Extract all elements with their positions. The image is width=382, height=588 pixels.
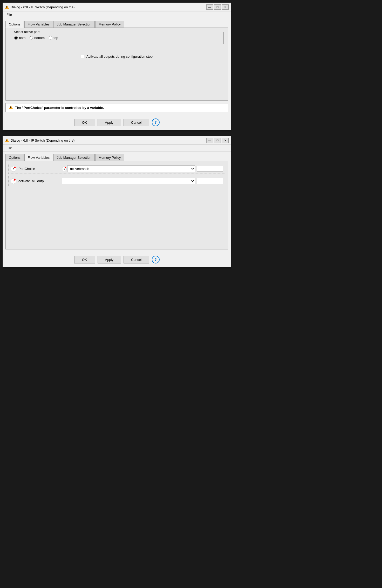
var-text-input-1[interactable]	[197, 166, 223, 172]
warning-triangle-2	[5, 138, 9, 142]
dialog-buttons-2: OK Apply Cancel ?	[3, 252, 231, 267]
maximize-button-1[interactable]: □	[214, 4, 221, 10]
radio-bottom-input[interactable]	[30, 36, 33, 39]
dialog-buttons-1: OK Apply Cancel ?	[3, 115, 231, 130]
var-dropdown-2	[62, 178, 195, 184]
var-dropdown-1: s activebranch	[62, 166, 195, 172]
radio-top-input[interactable]	[49, 36, 52, 39]
warning-icon-1	[5, 5, 9, 9]
help-button-2[interactable]: ?	[152, 256, 160, 263]
var-icon-s-1: s	[11, 166, 16, 172]
menu-bar-2: File	[3, 145, 231, 151]
warning-text-1: The "PortChoice" parameter is controlled…	[15, 106, 104, 110]
warning-bar-1: ! The "PortChoice" parameter is controll…	[5, 103, 228, 112]
maximize-button-2[interactable]: □	[214, 138, 221, 143]
tab-job-manager-1[interactable]: Job Manager Selection	[53, 21, 95, 28]
dropdown-icon-label-1: s	[64, 167, 65, 170]
tab-memory-policy-2[interactable]: Memory Policy	[95, 154, 124, 161]
tabs-1: Options Flow Variables Job Manager Selec…	[5, 21, 228, 28]
radio-both[interactable]: both	[14, 36, 25, 40]
var-select-1[interactable]: activebranch	[67, 166, 195, 172]
dialog-content-1: Options Flow Variables Job Manager Selec…	[3, 18, 231, 115]
flow-var-row-2: b activate_all_outp...	[8, 176, 225, 186]
file-menu-2[interactable]: File	[5, 146, 13, 150]
separator	[3, 132, 229, 134]
tabs-2: Options Flow Variables Job Manager Selec…	[5, 154, 228, 161]
title-bar-1: Dialog - 6:8 - IF Switch (Depending on t…	[3, 3, 231, 11]
tab-flow-variables-1[interactable]: Flow Variables	[24, 21, 53, 28]
activate-outputs-checkbox[interactable]	[81, 55, 84, 58]
radio-bottom[interactable]: bottom	[30, 36, 45, 40]
dialog-content-2: Options Flow Variables Job Manager Selec…	[3, 151, 231, 252]
radio-top-label: top	[53, 36, 58, 40]
var-icon-label-2: b	[13, 180, 15, 183]
dialog-title-2: Dialog - 6:8 - IF Switch (Depending on t…	[11, 138, 74, 142]
apply-button-2[interactable]: Apply	[98, 256, 121, 263]
tab-job-manager-2[interactable]: Job Manager Selection	[53, 154, 95, 161]
var-select-2[interactable]	[62, 178, 195, 184]
warning-icon-2	[5, 138, 9, 142]
var-name-1: PortChoice	[18, 167, 60, 171]
tab-options-1[interactable]: Options	[5, 21, 24, 28]
title-bar-left-1: Dialog - 6:8 - IF Switch (Depending on t…	[5, 5, 74, 9]
title-controls-1: — □ ✕	[206, 4, 229, 10]
file-menu-1[interactable]: File	[5, 12, 13, 17]
warning-triangle-1	[5, 5, 9, 9]
flow-var-row-1: s PortChoice s activebranch	[8, 164, 225, 174]
port-group-label: Select active port	[13, 30, 41, 34]
close-button-1[interactable]: ✕	[222, 4, 229, 10]
checkbox-label: Activate all outputs during configuratio…	[86, 55, 153, 58]
title-controls-2: — □ ✕	[206, 138, 229, 143]
dialog-window-1: Dialog - 6:8 - IF Switch (Depending on t…	[3, 3, 231, 130]
port-selection-group: Select active port both bottom top	[10, 32, 224, 44]
cancel-button-2[interactable]: Cancel	[124, 256, 149, 263]
var-icon-label-1: s	[13, 167, 14, 170]
tab-flow-variables-2[interactable]: Flow Variables	[24, 154, 53, 161]
menu-bar-1: File	[3, 11, 231, 18]
dialog-window-2: Dialog - 6:8 - IF Switch (Depending on t…	[3, 136, 231, 267]
minimize-button-1[interactable]: —	[206, 4, 213, 10]
tab-options-2[interactable]: Options	[5, 154, 24, 161]
var-input-1	[197, 166, 223, 172]
var-name-2: activate_all_outp...	[18, 179, 60, 183]
warning-bar-icon-1: !	[9, 105, 13, 110]
close-button-2[interactable]: ✕	[222, 138, 229, 143]
minimize-button-2[interactable]: —	[206, 138, 213, 143]
title-bar-2: Dialog - 6:8 - IF Switch (Depending on t…	[3, 136, 231, 145]
ok-button-1[interactable]: OK	[74, 119, 95, 126]
tab-memory-policy-1[interactable]: Memory Policy	[95, 21, 124, 28]
var-icon-b-1: b	[11, 178, 16, 184]
ok-button-2[interactable]: OK	[74, 256, 95, 263]
apply-button-1[interactable]: Apply	[98, 119, 121, 126]
radio-group: both bottom top	[14, 36, 219, 40]
dropdown-icon-s-1: s	[62, 167, 67, 171]
radio-both-label: both	[19, 36, 25, 40]
var-text-input-2[interactable]	[197, 178, 223, 184]
flow-var-panel: s PortChoice s activebranch	[5, 161, 228, 249]
help-button-1[interactable]: ?	[152, 118, 160, 126]
dialog-title-1: Dialog - 6:8 - IF Switch (Depending on t…	[11, 5, 74, 9]
radio-bottom-label: bottom	[34, 36, 45, 40]
var-input-2	[197, 178, 223, 184]
title-bar-left-2: Dialog - 6:8 - IF Switch (Depending on t…	[5, 138, 74, 142]
radio-both-input[interactable]	[14, 36, 18, 39]
cancel-button-1[interactable]: Cancel	[124, 119, 149, 126]
checkbox-row: Activate all outputs during configuratio…	[10, 55, 224, 58]
options-panel-1: Select active port both bottom top	[5, 28, 228, 101]
radio-top[interactable]: top	[49, 36, 58, 40]
